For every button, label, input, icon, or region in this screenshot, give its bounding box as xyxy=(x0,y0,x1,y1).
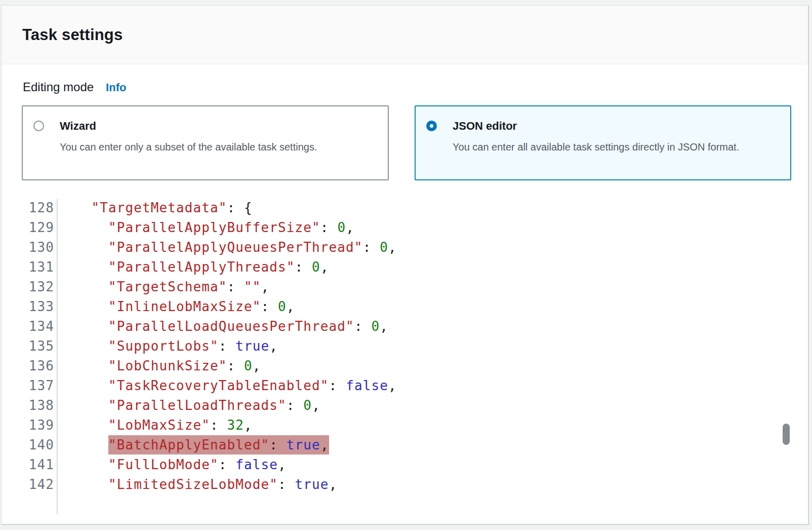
vertical-scrollbar-thumb[interactable] xyxy=(783,424,790,445)
search-match-highlight: , xyxy=(320,435,329,455)
editing-mode-row: Editing mode Info xyxy=(23,80,126,94)
line-number: 129 xyxy=(2,218,54,238)
task-settings-panel: Task settings Editing mode Info Wizard Y… xyxy=(1,5,808,524)
line-number: 139 xyxy=(2,415,54,435)
code-text: "ParallelApplyQueuesPerThread": 0, xyxy=(54,238,397,257)
line-number: 131 xyxy=(2,257,54,277)
code-line[interactable]: 137 "TaskRecoveryTableEnabled": false, xyxy=(2,376,806,396)
code-line[interactable]: 141 "FullLobMode": false, xyxy=(2,455,806,475)
code-line[interactable]: 131 "ParallelApplyThreads": 0, xyxy=(2,257,806,277)
page-title: Task settings xyxy=(22,26,123,44)
json-code-editor[interactable]: 128 "TargetMetadata": {129 "ParallelAppl… xyxy=(2,198,806,514)
code-text: "TargetSchema": "", xyxy=(54,277,269,297)
code-line[interactable]: 132 "TargetSchema": "", xyxy=(2,277,806,297)
code-text: "BatchApplyEnabled": true, xyxy=(54,435,329,455)
code-line[interactable]: 135 "SupportLobs": true, xyxy=(2,336,806,356)
line-number: 142 xyxy=(2,475,54,495)
code-line[interactable]: 136 "LobChunkSize": 0, xyxy=(2,356,806,376)
line-number: 130 xyxy=(2,238,54,257)
editing-mode-label: Editing mode xyxy=(23,80,94,94)
code-text: "LobMaxSize": 32, xyxy=(54,415,253,435)
line-number: 134 xyxy=(2,317,54,336)
search-match-highlight: "BatchApplyEnabled" xyxy=(108,435,269,455)
line-number: 136 xyxy=(2,356,54,376)
line-number: 135 xyxy=(2,336,54,356)
code-line[interactable]: 138 "ParallelLoadThreads": 0, xyxy=(2,396,806,415)
code-text: "LobChunkSize": 0, xyxy=(54,356,261,376)
code-line[interactable]: 142 "LimitedSizeLobMode": true, xyxy=(2,475,806,495)
code-text: "FullLobMode": false, xyxy=(54,455,287,475)
code-line-empty[interactable] xyxy=(2,495,806,514)
code-line[interactable]: 140 "BatchApplyEnabled": true, xyxy=(2,435,806,455)
line-number: 128 xyxy=(2,198,54,218)
code-text: "ParallelLoadThreads": 0, xyxy=(54,396,320,415)
code-text: "LimitedSizeLobMode": true, xyxy=(54,475,337,495)
code-text: "TaskRecoveryTableEnabled": false, xyxy=(54,376,397,396)
json-editor-option-tile[interactable]: JSON editor You can enter all available … xyxy=(415,105,791,180)
json-editor-option-description: You can enter all available task setting… xyxy=(453,139,739,155)
wizard-option-tile[interactable]: Wizard You can enter only a subset of th… xyxy=(22,105,389,180)
code-text: "SupportLobs": true, xyxy=(54,336,278,356)
code-text: "ParallelApplyBufferSize": 0, xyxy=(54,218,354,238)
wizard-radio-button[interactable] xyxy=(33,121,44,131)
code-lines: 128 "TargetMetadata": {129 "ParallelAppl… xyxy=(2,198,806,514)
code-line[interactable]: 139 "LobMaxSize": 32, xyxy=(2,415,806,435)
code-line[interactable]: 128 "TargetMetadata": { xyxy=(2,198,806,218)
json-editor-option-label: JSON editor xyxy=(453,119,739,133)
wizard-option-description: You can enter only a subset of the avail… xyxy=(60,139,317,155)
code-text: "ParallelApplyThreads": 0, xyxy=(54,257,329,277)
line-number: 132 xyxy=(2,277,54,297)
search-match-highlight: : xyxy=(269,435,287,455)
code-text: "InlineLobMaxSize": 0, xyxy=(54,297,295,317)
line-number: 137 xyxy=(2,376,54,396)
info-link[interactable]: Info xyxy=(106,81,126,94)
line-number: 138 xyxy=(2,396,54,415)
wizard-option-label: Wizard xyxy=(60,119,317,133)
line-number: 140 xyxy=(2,435,54,455)
code-line[interactable]: 129 "ParallelApplyBufferSize": 0, xyxy=(2,218,806,238)
code-line[interactable]: 134 "ParallelLoadQueuesPerThread": 0, xyxy=(2,317,806,336)
code-text: "ParallelLoadQueuesPerThread": 0, xyxy=(54,317,388,336)
code-line[interactable]: 133 "InlineLobMaxSize": 0, xyxy=(2,297,806,317)
code-text: "TargetMetadata": { xyxy=(54,198,253,218)
line-number: 133 xyxy=(2,297,54,317)
gutter-divider xyxy=(57,199,58,514)
search-match-highlight: true xyxy=(287,435,320,455)
code-line[interactable]: 130 "ParallelApplyQueuesPerThread": 0, xyxy=(2,238,806,257)
json-editor-radio-button[interactable] xyxy=(426,121,437,131)
panel-header: Task settings xyxy=(2,6,808,64)
line-number: 141 xyxy=(2,455,54,475)
